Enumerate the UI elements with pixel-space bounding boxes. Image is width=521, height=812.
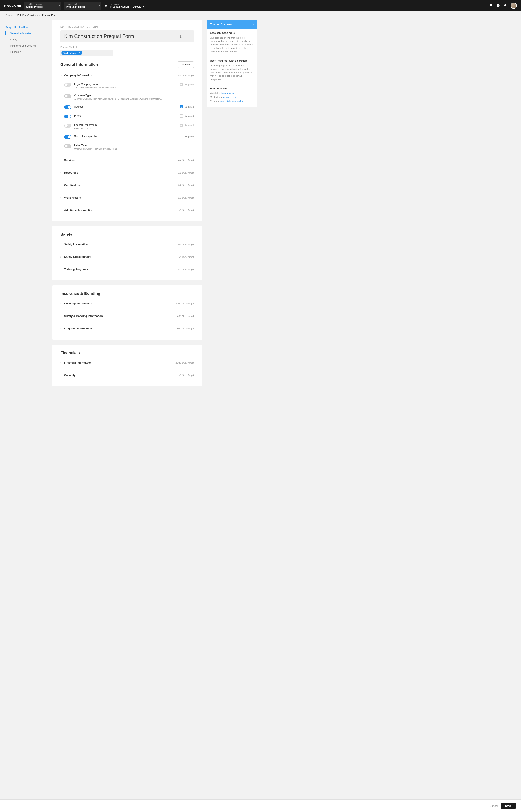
tips-title: Tips for Success: [210, 23, 232, 26]
group-header[interactable]: ›Capacity1/3 Question(s): [61, 370, 194, 380]
question-toggle[interactable]: [64, 94, 71, 98]
chevron-right-icon: ›: [15, 14, 15, 17]
required-checkbox[interactable]: [180, 114, 183, 117]
star-icon: ★: [105, 4, 108, 7]
required-label: Required: [184, 115, 194, 117]
group-count: 5/12 Question(s): [177, 243, 194, 246]
question-toggle[interactable]: [64, 135, 71, 139]
primary-contact-select[interactable]: Tabby Jewett ✕ ▾: [61, 50, 113, 56]
group-title: Capacity: [64, 374, 178, 377]
group-header[interactable]: ›Safety Questionnaire4/4 Question(s): [61, 252, 194, 262]
group-header[interactable]: ›Safety Information5/12 Question(s): [61, 239, 194, 249]
caret-down-icon: ▾: [99, 4, 100, 7]
project-dropdown[interactable]: Kim Construction Select Project ▾: [24, 2, 62, 9]
required-label: Required: [184, 135, 194, 138]
sidenav-top[interactable]: Prequalification Form: [5, 24, 47, 30]
group-header[interactable]: ›Certifications2/2 Question(s): [61, 180, 194, 190]
chip-remove-icon[interactable]: ✕: [79, 51, 81, 54]
question-title: Legal Company Name: [74, 83, 180, 86]
group-header[interactable]: ⌄Company Information5/6 Question(s): [61, 70, 194, 80]
required-checkbox[interactable]: [180, 105, 183, 108]
breadcrumb-root[interactable]: Forms: [5, 14, 13, 17]
group-header[interactable]: ›Surety & Bonding Information4/15 Questi…: [61, 311, 194, 321]
group-title: Resources: [64, 171, 178, 174]
question-toggle[interactable]: [64, 144, 71, 148]
svg-text:?: ?: [497, 5, 499, 7]
breadcrumb: Forms › Edit Kim Construction Prequal Fo…: [0, 11, 521, 20]
tips-close-icon[interactable]: ×: [252, 22, 254, 26]
group-title: Company Information: [64, 74, 178, 77]
group-count: 5/6 Question(s): [178, 74, 194, 77]
project-dropdown-value: Select Project: [26, 5, 56, 8]
top-nav: PROCORE Kim Construction Select Project …: [0, 0, 521, 11]
chevron-right-icon: ›: [61, 327, 64, 330]
tips-panel: Tips for Success × Less can mean more Ou…: [207, 20, 257, 391]
group-header[interactable]: ›Resources3/5 Question(s): [61, 167, 194, 178]
favorites-label: Favorites: [110, 3, 147, 5]
support-docs-link[interactable]: support documentation: [220, 100, 243, 102]
question-toggle[interactable]: [64, 106, 71, 109]
group-count: 2/2 Question(s): [178, 184, 194, 186]
group-count: 4/15 Question(s): [177, 315, 194, 317]
group-count: 3/5 Question(s): [178, 171, 194, 174]
group-title: Training Programs: [64, 268, 178, 271]
chevron-right-icon: ›: [61, 256, 64, 258]
question-row: Federal Employer IDFEIN, EIN, or TINRequ…: [61, 121, 194, 132]
tools-dropdown[interactable]: Project Tools Prequalification ▾: [64, 2, 101, 9]
question-toggle: [64, 124, 71, 127]
required-label: Required: [184, 83, 194, 86]
main-content: EDIT PREQUALIFICATION FORM ⌶ Primary Con…: [52, 20, 202, 391]
group-title: Coverage Information: [64, 302, 176, 305]
question-subtitle: Union, Non-Union, Prevailing Wage, None: [74, 147, 194, 150]
group-header[interactable]: ›Financial Information10/12 Question(s): [61, 357, 194, 368]
section-title-financials: Financials: [61, 350, 194, 355]
group-count: 4/4 Question(s): [178, 256, 194, 258]
form-title-input[interactable]: [61, 30, 194, 42]
fav-link-prequalification[interactable]: Prequalification: [110, 5, 129, 8]
tip-link-3: Read our support documentation: [210, 100, 254, 102]
training-video-link[interactable]: training video: [221, 92, 234, 94]
group-count: 8/11 Question(s): [177, 327, 194, 330]
group-header[interactable]: ›Coverage Information10/12 Question(s): [61, 298, 194, 308]
chevron-right-icon: ›: [61, 268, 64, 271]
group-header[interactable]: ›Work History2/2 Question(s): [61, 192, 194, 203]
required-checkbox: [180, 83, 183, 86]
card-insurance: Insurance & Bonding ›Coverage Informatio…: [52, 285, 202, 340]
sidenav-item-insurance[interactable]: Insurance and Bonding: [5, 43, 47, 49]
section-title-general: General Information: [61, 62, 98, 67]
group-title: Work History: [64, 196, 178, 199]
group-header[interactable]: ›Litigation Information8/11 Question(s): [61, 323, 194, 333]
group-title: Certifications: [64, 184, 178, 187]
chevron-right-icon: ›: [61, 315, 64, 317]
group-header[interactable]: ›Additional Information1/3 Question(s): [61, 205, 194, 215]
help-icon[interactable]: ?: [496, 4, 500, 7]
required-checkbox[interactable]: [180, 135, 183, 138]
group-count: 10/12 Question(s): [176, 362, 194, 364]
sidenav-item-financials[interactable]: Financials: [5, 49, 47, 55]
breadcrumb-current: Edit Kim Construction Prequal Form: [17, 14, 57, 17]
sidenav-item-safety[interactable]: Safety: [5, 37, 47, 43]
tip-1-heading: Less can mean more: [210, 31, 254, 34]
group-title: Services: [64, 159, 178, 162]
chevron-right-icon: ›: [61, 302, 64, 305]
favorites: Favorites Prequalification Directory: [110, 3, 147, 8]
preview-button[interactable]: Preview: [178, 62, 194, 68]
fav-link-directory[interactable]: Directory: [133, 5, 144, 8]
group-title: Safety Information: [64, 243, 177, 246]
question-toggle[interactable]: [64, 115, 71, 118]
bell-icon[interactable]: [503, 4, 507, 7]
group-title: Safety Questionnaire: [64, 255, 178, 258]
edit-label: EDIT PREQUALIFICATION FORM: [61, 26, 194, 28]
card-safety: Safety ›Safety Information5/12 Question(…: [52, 226, 202, 280]
plug-icon[interactable]: [489, 4, 493, 7]
group-header[interactable]: ›Training Programs4/4 Question(s): [61, 264, 194, 274]
question-subtitle: FEIN, EIN, or TIN: [74, 127, 180, 130]
group-count: 1/3 Question(s): [178, 374, 194, 376]
group-title: Litigation Information: [64, 327, 177, 330]
sidenav-item-general[interactable]: General Information: [5, 30, 47, 37]
group-header[interactable]: ›Services4/4 Question(s): [61, 155, 194, 165]
tip-link-2: Contact our support team: [210, 96, 254, 98]
support-team-link[interactable]: support team: [223, 96, 236, 98]
avatar[interactable]: [511, 2, 517, 9]
required-checkbox: [180, 123, 183, 127]
